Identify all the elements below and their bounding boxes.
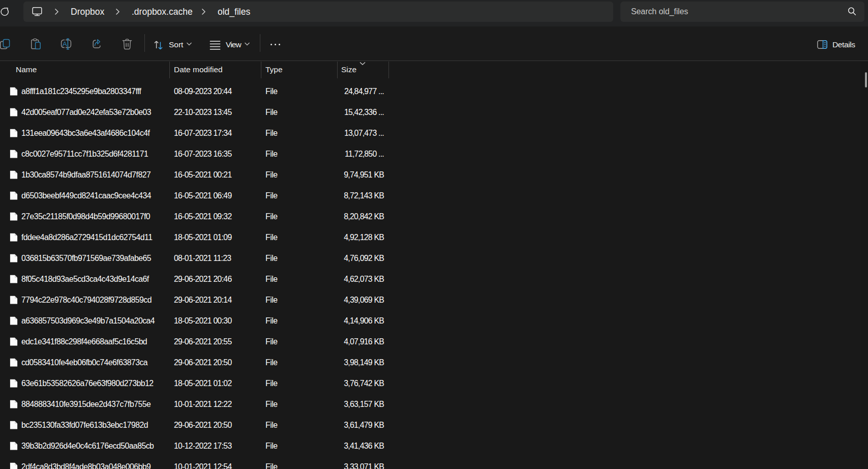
- svg-text:A: A: [63, 40, 67, 48]
